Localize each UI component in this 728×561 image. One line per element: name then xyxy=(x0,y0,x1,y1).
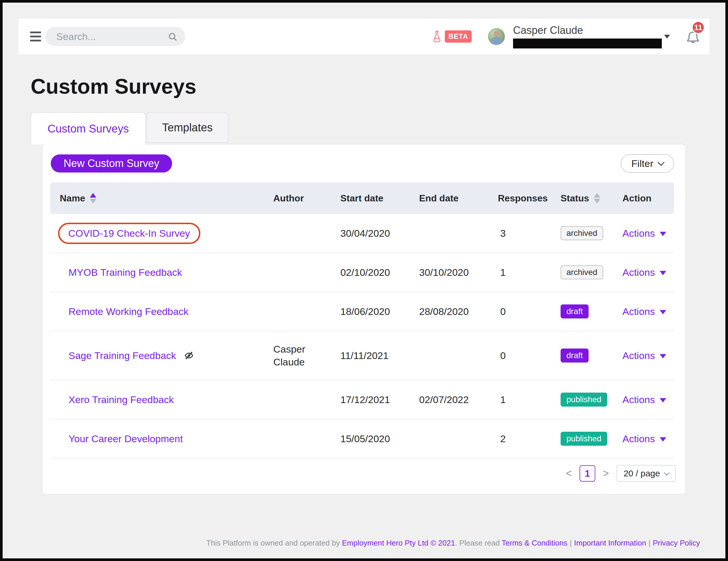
sort-descending-icon xyxy=(594,199,600,203)
column-header-responses: Responses xyxy=(498,193,561,204)
footer-link-terms[interactable]: Terms & Conditions xyxy=(502,539,567,547)
footer-text: . Please read xyxy=(455,539,502,547)
start-date-cell: 02/10/2020 xyxy=(340,267,419,278)
sort-ascending-icon xyxy=(594,193,600,197)
survey-link[interactable]: Xero Training Feedback xyxy=(69,394,174,406)
table-body: COVID-19 Check-In Survey 30/04/2020 3 ar… xyxy=(50,214,674,459)
next-page-button[interactable]: > xyxy=(603,468,609,479)
caret-down-icon xyxy=(660,310,666,315)
page-size-select[interactable]: 20 / page xyxy=(617,465,676,482)
notifications[interactable]: 11 xyxy=(686,28,701,45)
column-header-name[interactable]: Name xyxy=(50,193,273,204)
notification-count-badge: 11 xyxy=(692,21,705,34)
sort-descending-icon xyxy=(90,199,96,203)
table-row: Remote Working Feedback 18/06/2020 28/08… xyxy=(50,292,674,331)
column-header-action: Action xyxy=(622,193,675,204)
responses-cell: 3 xyxy=(498,228,561,239)
footer-separator: | xyxy=(568,539,574,547)
redacted-email-bar xyxy=(513,39,662,48)
beta-indicator: BETA xyxy=(432,30,472,43)
survey-link[interactable]: COVID-19 Check-In Survey xyxy=(68,228,190,239)
column-header-author: Author xyxy=(273,193,340,204)
user-name: Casper Claude xyxy=(513,25,662,36)
footer-link-important-information[interactable]: Important Information xyxy=(574,539,646,547)
actions-dropdown[interactable]: Actions xyxy=(622,228,675,239)
beta-badge: BETA xyxy=(445,30,472,43)
column-header-end-date: End date xyxy=(419,193,498,204)
status-badge: archived xyxy=(561,265,603,279)
survey-link[interactable]: MYOB Training Feedback xyxy=(69,267,182,278)
chevron-down-icon xyxy=(664,470,670,476)
status-badge: archived xyxy=(561,226,603,240)
tab-templates[interactable]: Templates xyxy=(146,112,228,143)
new-custom-survey-button[interactable]: New Custom Survey xyxy=(51,154,172,172)
annotation-circle: COVID-19 Check-In Survey xyxy=(58,223,200,244)
start-date-cell: 15/05/2020 xyxy=(340,433,419,445)
filter-button[interactable]: Filter xyxy=(621,154,674,173)
table-row: COVID-19 Check-In Survey 30/04/2020 3 ar… xyxy=(50,214,674,253)
profile-dropdown-caret-icon[interactable] xyxy=(664,35,670,39)
card-toolbar: New Custom Survey Filter xyxy=(51,154,674,173)
eye-off-icon xyxy=(184,350,194,361)
user-menu[interactable]: Casper Claude xyxy=(513,25,662,48)
footer-link-employment-hero[interactable]: Employment Hero Pty Ltd © 2021 xyxy=(342,539,455,547)
end-date-cell: 28/08/2020 xyxy=(419,306,498,317)
caret-down-icon xyxy=(660,398,666,403)
search-input[interactable] xyxy=(45,27,185,46)
status-badge: published xyxy=(561,393,607,407)
caret-down-icon xyxy=(660,232,666,236)
global-search xyxy=(45,27,185,46)
column-header-start-date: Start date xyxy=(340,193,419,204)
sort-icons-status[interactable] xyxy=(594,193,600,203)
end-date-cell: 02/07/2022 xyxy=(419,394,498,406)
sort-icons-name[interactable] xyxy=(90,193,96,203)
start-date-cell: 18/06/2020 xyxy=(340,306,419,317)
status-badge: draft xyxy=(561,305,589,319)
table-row: Your Career Development 15/05/2020 2 pub… xyxy=(50,420,674,459)
footer-text: This Platform is owned and operated by xyxy=(206,539,342,547)
status-badge: published xyxy=(561,432,607,446)
hamburger-menu-icon[interactable] xyxy=(30,32,41,41)
column-header-status[interactable]: Status xyxy=(561,193,622,204)
page-number-button[interactable]: 1 xyxy=(580,465,595,482)
actions-dropdown[interactable]: Actions xyxy=(622,350,675,361)
caret-down-icon xyxy=(660,271,666,275)
user-avatar[interactable] xyxy=(488,28,505,45)
page-background: BETA Casper Claude 11 Custom Surveys Cus… xyxy=(3,3,725,558)
survey-link[interactable]: Remote Working Feedback xyxy=(69,306,188,317)
end-date-cell: 30/10/2020 xyxy=(419,267,498,278)
responses-cell: 2 xyxy=(498,433,561,445)
chevron-down-icon xyxy=(657,159,664,166)
tab-custom-surveys[interactable]: Custom Surveys xyxy=(31,112,146,144)
caret-down-icon xyxy=(660,437,666,442)
start-date-cell: 30/04/2020 xyxy=(340,228,419,239)
surveys-card: New Custom Survey Filter Name Author Sta… xyxy=(42,144,686,495)
actions-dropdown[interactable]: Actions xyxy=(622,433,675,445)
actions-dropdown[interactable]: Actions xyxy=(622,306,675,317)
table-row: Sage Training Feedback Casper Claude 11/… xyxy=(50,331,674,380)
footer-link-privacy-policy[interactable]: Privacy Policy xyxy=(653,539,700,547)
top-navigation-bar: BETA Casper Claude 11 xyxy=(18,19,710,54)
status-badge: draft xyxy=(561,349,589,363)
survey-link[interactable]: Your Career Development xyxy=(69,433,183,445)
page-title: Custom Surveys xyxy=(31,76,725,97)
sort-ascending-icon xyxy=(90,193,96,197)
previous-page-button[interactable]: < xyxy=(566,468,572,479)
table-row: MYOB Training Feedback 02/10/2020 30/10/… xyxy=(50,253,674,292)
filter-label: Filter xyxy=(631,158,653,169)
start-date-cell: 17/12/2021 xyxy=(340,394,419,406)
tab-bar: Custom Surveys Templates xyxy=(31,112,725,144)
search-icon xyxy=(168,32,178,42)
table-header-row: Name Author Start date End date Response… xyxy=(50,182,674,214)
actions-dropdown[interactable]: Actions xyxy=(622,394,675,406)
caret-down-icon xyxy=(660,354,666,359)
responses-cell: 0 xyxy=(498,350,561,361)
footer-separator: | xyxy=(646,539,653,547)
actions-dropdown[interactable]: Actions xyxy=(622,267,675,278)
footer: This Platform is owned and operated by E… xyxy=(3,539,700,548)
survey-link[interactable]: Sage Training Feedback xyxy=(69,350,176,361)
author-cell: Casper Claude xyxy=(273,343,340,368)
pagination: < 1 > 20 / page xyxy=(42,465,676,482)
responses-cell: 1 xyxy=(498,394,561,406)
flask-icon xyxy=(432,30,442,43)
